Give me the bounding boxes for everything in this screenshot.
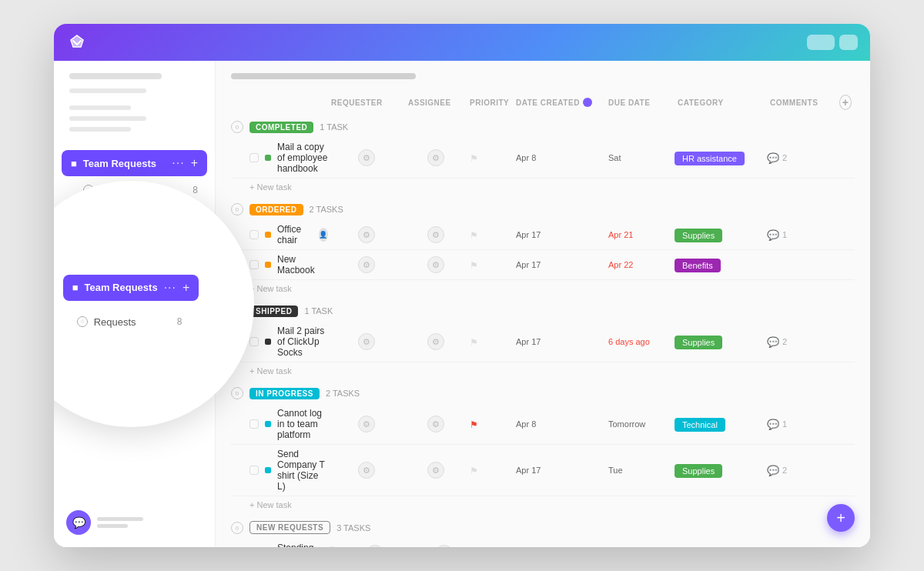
- circle-team-requests[interactable]: ■ Team Requests ··· +: [63, 275, 199, 301]
- section-toggle-ordered[interactable]: ○: [231, 203, 243, 215]
- sidebar-requests-count: 8: [192, 185, 198, 195]
- task-name: Mail a copy of employee handbook: [277, 142, 328, 174]
- circle-dots[interactable]: ···: [164, 281, 176, 295]
- comment-cell: 💬1: [767, 419, 836, 430]
- task-checkbox[interactable]: [249, 153, 259, 162]
- section-header-in-progress[interactable]: ○ IN PROGRESS 2 TASKS: [231, 382, 855, 404]
- requester-avatar: ⚙: [358, 149, 375, 166]
- comment-cell: 💬2: [767, 465, 836, 476]
- priority-cell: ⚑: [475, 546, 521, 547]
- category-badge: HR assistance: [675, 152, 745, 165]
- category-cell: Supplies: [683, 546, 775, 548]
- content-area[interactable]: REQUESTER ASSIGNEE PRIORITY DATE CREATED…: [216, 61, 870, 547]
- table-header: REQUESTER ASSIGNEE PRIORITY DATE CREATED…: [231, 92, 855, 113]
- table-row[interactable]: Mail 2 pairs of ClickUp Socks ⚙ ⚙ ⚑ Apr …: [231, 322, 855, 362]
- sections-container: ○ COMPLETED 1 TASK Mail a copy of employ…: [231, 116, 855, 547]
- section-header-completed[interactable]: ○ COMPLETED 1 TASK: [231, 116, 855, 138]
- col-date-created[interactable]: DATE CREATED: [513, 98, 605, 107]
- section-badge-shipped: SHIPPED: [249, 306, 298, 317]
- section-toggle-completed[interactable]: ○: [231, 121, 243, 133]
- section-badge-ordered: ORDERED: [249, 204, 303, 215]
- section-ordered: ○ ORDERED 2 TASKS Office chair 👤 ⚙ ⚙ ⚑ A…: [231, 199, 855, 297]
- section-badge-in-progress: IN PROGRESS: [249, 388, 320, 399]
- category-cell: Supplies: [675, 335, 767, 349]
- task-color-dot: [265, 467, 271, 473]
- add-task-button[interactable]: + New task: [231, 496, 855, 513]
- sidebar-dots[interactable]: ···: [172, 156, 184, 170]
- priority-flag: ⚑: [470, 230, 478, 241]
- section-new-requests: ○ NEW REQUESTS 3 TASKS Standing desk 👤 ⚙…: [231, 516, 855, 547]
- sidebar-plus-icon[interactable]: +: [191, 156, 198, 170]
- due-date: Tomorrow: [605, 419, 675, 429]
- assignee-avatar: ⚙: [427, 256, 444, 273]
- priority-flag: ⚑: [470, 337, 478, 348]
- add-column-button[interactable]: +: [839, 95, 852, 110]
- priority-cell: ⚑: [467, 417, 513, 431]
- due-date: Sat: [605, 153, 675, 162]
- top-bar-pill-1[interactable]: [807, 35, 835, 50]
- add-task-button[interactable]: + New task: [231, 362, 855, 379]
- category-cell: Supplies: [675, 228, 767, 242]
- col-due-date: DUE DATE: [605, 99, 675, 107]
- date-created: Apr 17: [513, 230, 605, 239]
- date-created: Apr 17: [513, 337, 605, 346]
- section-toggle-in-progress[interactable]: ○: [231, 387, 243, 399]
- task-checkbox[interactable]: [249, 466, 259, 475]
- add-task-button[interactable]: + New task: [231, 280, 855, 297]
- task-checkbox[interactable]: [249, 337, 259, 346]
- table-row[interactable]: Standing desk 👤 ⚙ ⚙ ⚑ Apr 8 5 days ago S…: [231, 539, 855, 547]
- due-date: Apr 21: [605, 230, 675, 239]
- requester-avatar: ⚙: [367, 545, 383, 547]
- circle-calendar-icon: ■: [72, 282, 79, 293]
- comment-cell: 💬2: [767, 152, 836, 164]
- category-badge: Supplies: [683, 547, 731, 548]
- circle-sub-icon: ☆: [77, 316, 88, 327]
- circle-requests-item[interactable]: ☆ Requests 8: [71, 312, 192, 332]
- comment-count: 2: [782, 466, 787, 475]
- category-cell: Supplies: [675, 463, 767, 478]
- table-row[interactable]: Mail a copy of employee handbook ⚙ ⚙ ⚑ A…: [231, 138, 855, 179]
- priority-flag: ⚑: [470, 260, 478, 271]
- add-task-button[interactable]: + New task: [231, 179, 855, 195]
- category-badge: Supplies: [675, 229, 722, 242]
- task-checkbox[interactable]: [249, 230, 259, 239]
- section-badge-completed: COMPLETED: [249, 122, 313, 133]
- section-header-new-requests[interactable]: ○ NEW REQUESTS 3 TASKS: [231, 516, 855, 539]
- app-window: ■ Team Requests ··· + ☆ Requests 8: [54, 24, 870, 547]
- category-cell: Benefits: [675, 258, 767, 272]
- category-badge: Supplies: [675, 336, 722, 349]
- date-created: Apr 8: [513, 419, 605, 429]
- comment-icon: 💬: [767, 229, 779, 241]
- requester-avatar: ⚙: [358, 256, 375, 273]
- section-header-ordered[interactable]: ○ ORDERED 2 TASKS: [231, 199, 855, 220]
- table-row[interactable]: Office chair 👤 ⚙ ⚙ ⚑ Apr 17 Apr 21 Suppl…: [231, 220, 855, 250]
- task-color-dot: [265, 262, 271, 268]
- table-row[interactable]: Cannot log in to team platform ⚙ ⚙ ⚑ Apr…: [231, 404, 855, 445]
- circle-team-label: Team Requests: [85, 282, 158, 293]
- table-row[interactable]: Send Company T shirt (Size L) ⚙ ⚙ ⚑ Apr …: [231, 445, 855, 496]
- priority-cell: ⚑: [467, 228, 513, 242]
- sidebar-item-team-requests[interactable]: ■ Team Requests ··· +: [62, 150, 207, 176]
- sidebar-placeholder-3: [69, 116, 146, 121]
- task-checkbox[interactable]: [249, 419, 259, 429]
- table-row[interactable]: New Macbook ⚙ ⚙ ⚑ Apr 17 Apr 22 Benefits: [231, 250, 855, 280]
- section-header-shipped[interactable]: ○ SHIPPED 1 TASK: [231, 300, 855, 322]
- priority-cell: ⚑: [467, 151, 513, 165]
- top-bar-pill-2[interactable]: [839, 35, 858, 50]
- fab-button[interactable]: +: [827, 504, 855, 532]
- col-add[interactable]: +: [836, 95, 855, 110]
- search-bar[interactable]: [231, 73, 416, 79]
- circle-plus[interactable]: +: [182, 281, 189, 295]
- section-count-new-requests: 3 TASKS: [336, 523, 370, 533]
- task-checkbox[interactable]: [249, 260, 259, 269]
- sort-icon: [583, 98, 592, 107]
- chat-bubble[interactable]: 💬: [66, 510, 91, 535]
- task-name: Standing desk: [277, 543, 318, 547]
- top-bar-controls: [807, 35, 858, 50]
- comment-count: 1: [782, 419, 787, 429]
- section-toggle-new-requests[interactable]: ○: [231, 522, 243, 534]
- col-priority: PRIORITY: [467, 99, 513, 107]
- priority-cell: ⚑: [467, 258, 513, 272]
- assignee-avatar: ⚙: [427, 226, 444, 243]
- task-color-dot: [265, 155, 271, 161]
